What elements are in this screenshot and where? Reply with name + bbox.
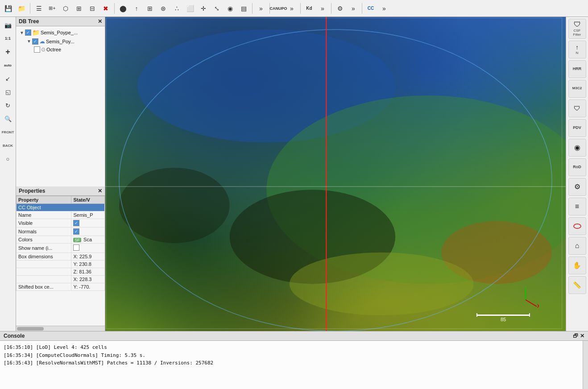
csf2-button[interactable]: 🛡 — [568, 99, 586, 117]
separator-7 — [362, 3, 362, 14]
axes-widget: Y X — [512, 286, 539, 313]
crosssection-button[interactable]: ✛ — [197, 2, 210, 15]
hand-button[interactable]: ✋ — [568, 257, 586, 274]
tree-cloud-item[interactable]: ▼ ✓ ☁ Semis_Poy... — [18, 37, 103, 46]
scale-button[interactable]: ⤡ — [211, 2, 223, 15]
cloud-expand-icon[interactable]: ▼ — [27, 39, 31, 44]
rod-button[interactable]: RoD — [568, 158, 586, 176]
kd-button[interactable]: Kd — [303, 2, 315, 15]
cc-logo-button[interactable]: CC — [364, 2, 377, 15]
canupo-button[interactable]: CANUPO — [272, 2, 285, 15]
sphere-button[interactable]: ◉ — [568, 139, 586, 157]
settings-button[interactable]: ⚙ — [334, 2, 346, 15]
hrr-button[interactable]: HRR — [568, 60, 586, 78]
db-tree-content[interactable]: ▼ ✓ 📁 Semis_Poype_... ▼ ✓ ☁ Semis_Poy...… — [16, 26, 105, 186]
db-tree-close[interactable]: ✕ — [98, 18, 102, 25]
pdv-button[interactable]: PDV — [568, 119, 586, 137]
cloud-icon: ☁ — [39, 38, 45, 45]
separator-6 — [331, 3, 331, 14]
rotate-icon[interactable]: ↻ — [2, 99, 14, 112]
normals-button[interactable]: ↑ — [130, 2, 143, 15]
console-close[interactable]: ✕ — [580, 333, 584, 339]
bottom-console: Console 🗗 ✕ [16:35:10] [LoD] Level 4: 42… — [0, 331, 588, 389]
north-button[interactable]: ↑ N — [568, 41, 586, 58]
db-tree-button[interactable]: ☰ — [33, 2, 45, 15]
csf-filter-button[interactable]: 🛡 CSF Filter — [568, 19, 586, 39]
cloud-checkbox[interactable]: ✓ — [32, 38, 38, 45]
scale-1-1-icon[interactable]: 1:1 — [2, 32, 14, 45]
octree-checkbox[interactable] — [34, 46, 40, 53]
console-title: Console — [4, 333, 25, 339]
north-icon: ↑ — [576, 44, 579, 51]
sample-points-button[interactable]: ⬤ — [117, 2, 129, 15]
console-header: Console 🗗 ✕ — [0, 331, 588, 341]
layers-button[interactable]: ≡ — [568, 198, 586, 215]
separator-2 — [114, 3, 115, 14]
circle-view-icon[interactable]: ○ — [2, 153, 14, 165]
properties-close[interactable]: ✕ — [98, 188, 102, 194]
cube-back-icon[interactable]: BACK — [2, 139, 14, 152]
folder-checkbox[interactable]: ✓ — [25, 29, 31, 36]
left-sidebar: 📷 1:1 + auto ↙ ◱ ↻ 🔍 FRONT BACK ○ — [0, 17, 16, 331]
console-content: [16:35:10] [LoD] Level 4: 425 cells [16:… — [0, 341, 583, 389]
prop-colors-value: SF Sca — [71, 236, 105, 244]
more-kd-button[interactable]: » — [316, 2, 329, 15]
prop-row-boxdim-z: Z: 81.36 — [17, 268, 105, 276]
csf-filter-icon: 🛡 — [574, 21, 581, 29]
save-button[interactable]: 💾 — [2, 2, 14, 15]
camera-icon[interactable]: 📷 — [2, 19, 14, 31]
add-cloud-button[interactable]: ⊞+ — [46, 2, 58, 15]
clip-button[interactable]: ⬜ — [184, 2, 196, 15]
auto-icon[interactable]: auto — [2, 59, 14, 71]
console-controls: 🗗 ✕ — [573, 333, 584, 339]
prop-boxdim-x: X: 225.9 — [71, 253, 105, 261]
more-canupo-button[interactable]: » — [286, 2, 298, 15]
folder-label: Semis_Poype_... — [41, 30, 78, 35]
ruler-icon: 📏 — [573, 281, 581, 289]
tree-octree-item[interactable]: ⊙ Octree — [18, 46, 103, 54]
scrollbar-thumb[interactable] — [17, 327, 44, 331]
delete-button[interactable]: ✖ — [99, 2, 112, 15]
normals-checkbox[interactable]: ✓ — [73, 228, 79, 235]
barchart-button[interactable]: ▤ — [237, 2, 250, 15]
prop-row-shifted-x: X: 228.3 — [17, 276, 105, 283]
ruler-button[interactable]: 📏 — [568, 276, 586, 294]
split-button[interactable]: ⊟ — [86, 2, 99, 15]
more-1-button[interactable]: » — [255, 2, 267, 15]
layers-icon: ≡ — [575, 203, 579, 211]
oval-button[interactable] — [568, 217, 586, 235]
m3c2-button[interactable]: M3C2 — [568, 80, 586, 98]
folder-expand-icon[interactable]: ▼ — [20, 30, 24, 35]
house-button[interactable]: ⌂ — [568, 237, 586, 255]
cogwheel-button[interactable]: ⚙ — [568, 178, 586, 196]
zoom-icon[interactable]: 🔍 — [2, 112, 14, 125]
cube-front-icon[interactable]: FRONT — [2, 126, 14, 138]
visible-checkbox[interactable]: ✓ — [73, 220, 79, 226]
octree-icon: ⊙ — [41, 46, 46, 53]
open-button[interactable]: 📁 — [15, 2, 28, 15]
prop-row-boxdim: Box dimensions X: 225.9 — [17, 253, 105, 261]
colors-scale-label: Sca — [83, 237, 92, 242]
hrr-label: HRR — [573, 67, 582, 71]
console-scrollbar[interactable] — [583, 341, 588, 389]
prop-row-colors: Colors SF Sca — [17, 236, 105, 244]
viewport[interactable]: Y X 85 — [105, 17, 566, 331]
merge-button[interactable]: ⊞ — [73, 2, 85, 15]
tree-folder-item[interactable]: ▼ ✓ 📁 Semis_Poype_... — [18, 28, 103, 37]
move-button[interactable]: ⬡ — [59, 2, 72, 15]
console-restore[interactable]: 🗗 — [573, 333, 578, 339]
more-logo-button[interactable]: » — [378, 2, 390, 15]
prop-visible-value: ✓ — [71, 219, 105, 228]
arrow-icon[interactable]: ↙ — [2, 72, 14, 85]
octree-button[interactable]: ⊛ — [157, 2, 170, 15]
more-settings-button[interactable]: » — [347, 2, 360, 15]
plane-icon[interactable]: ◱ — [2, 86, 14, 98]
scatter-button[interactable]: ∴ — [170, 2, 183, 15]
plus-icon[interactable]: + — [2, 46, 14, 58]
properties-scrollbar[interactable] — [16, 326, 105, 331]
showname-checkbox[interactable] — [73, 244, 79, 251]
db-tree-header: DB Tree ✕ — [16, 17, 105, 26]
filter-button[interactable]: ⊞ — [144, 2, 156, 15]
prop-visible-key: Visible — [17, 219, 71, 228]
sphere-button[interactable]: ◉ — [224, 2, 236, 15]
